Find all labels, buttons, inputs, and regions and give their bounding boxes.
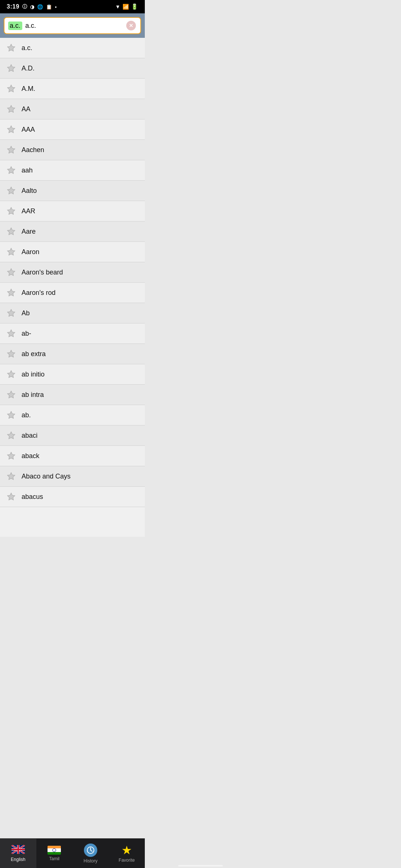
star-icon[interactable]	[6, 124, 16, 135]
word-label: ab extra	[22, 350, 46, 358]
svg-marker-18	[7, 411, 15, 418]
word-label: Aaron's rod	[22, 289, 56, 297]
word-label: Abaco and Cays	[22, 473, 71, 480]
list-item[interactable]: ab-	[0, 323, 145, 344]
star-icon[interactable]	[6, 349, 16, 359]
star-icon[interactable]	[6, 145, 16, 155]
clipboard-icon: 📋	[46, 4, 52, 10]
svg-marker-20	[7, 452, 15, 459]
list-item[interactable]: a.c.	[0, 38, 145, 58]
star-icon[interactable]	[6, 308, 16, 318]
svg-marker-6	[7, 167, 15, 174]
svg-marker-22	[7, 493, 15, 500]
star-icon[interactable]	[6, 451, 16, 461]
star-icon[interactable]	[6, 287, 16, 298]
svg-marker-19	[7, 432, 15, 439]
list-item[interactable]: abacus	[0, 487, 145, 507]
word-label: aback	[22, 452, 39, 460]
list-item[interactable]: AA	[0, 99, 145, 119]
svg-marker-10	[7, 248, 15, 255]
info-icon: ⓘ	[22, 3, 27, 10]
word-label: Aaron	[22, 248, 39, 256]
word-label: a.c.	[22, 44, 32, 52]
word-label: aah	[22, 167, 33, 174]
list-item[interactable]: Aaron's rod	[0, 283, 145, 303]
list-item[interactable]: ab initio	[0, 364, 145, 385]
clear-icon: ✕	[126, 21, 136, 30]
word-label: AAR	[22, 207, 35, 215]
svg-marker-0	[7, 44, 15, 51]
search-header: a.c. ✕	[0, 13, 145, 38]
search-container: a.c. ✕	[4, 17, 141, 34]
star-icon[interactable]	[6, 410, 16, 420]
battery-icon: 🔋	[131, 3, 138, 10]
svg-marker-16	[7, 371, 15, 378]
star-icon[interactable]	[6, 43, 16, 53]
svg-marker-13	[7, 309, 15, 316]
list-item[interactable]: Aare	[0, 221, 145, 242]
list-item[interactable]: aah	[0, 160, 145, 181]
word-label: ab initio	[22, 371, 45, 378]
star-icon[interactable]	[6, 63, 16, 73]
svg-marker-21	[7, 473, 15, 480]
star-icon[interactable]	[6, 491, 16, 502]
search-highlight: a.c.	[8, 22, 22, 30]
star-icon[interactable]	[6, 247, 16, 257]
list-item[interactable]: Aaron's beard	[0, 262, 145, 283]
word-label: Ab	[22, 309, 30, 317]
signal-icon: 📶	[123, 4, 129, 10]
star-icon[interactable]	[6, 226, 16, 237]
list-item[interactable]: ab.	[0, 405, 145, 425]
status-left: 3:19 ⓘ ◑ 🌐 📋 •	[7, 3, 57, 10]
star-icon[interactable]	[6, 206, 16, 216]
list-item[interactable]: aback	[0, 446, 145, 466]
star-icon[interactable]	[6, 83, 16, 94]
word-label: ab.	[22, 411, 31, 419]
word-label: abacus	[22, 493, 43, 501]
svg-marker-17	[7, 391, 15, 398]
list-item[interactable]: AAR	[0, 201, 145, 221]
star-icon[interactable]	[6, 328, 16, 339]
clear-button[interactable]: ✕	[125, 20, 137, 31]
list-item[interactable]: abaci	[0, 425, 145, 446]
svg-marker-4	[7, 126, 15, 133]
list-item[interactable]: ab extra	[0, 344, 145, 364]
list-item[interactable]: Abaco and Cays	[0, 466, 145, 487]
list-item[interactable]: Aachen	[0, 140, 145, 160]
star-icon[interactable]	[6, 471, 16, 481]
star-icon[interactable]	[6, 185, 16, 196]
svg-marker-8	[7, 207, 15, 214]
word-label: ab intra	[22, 391, 44, 399]
list-item[interactable]: A.M.	[0, 79, 145, 99]
svg-marker-1	[7, 65, 15, 72]
svg-marker-5	[7, 146, 15, 153]
word-label: A.M.	[22, 85, 35, 93]
star-icon[interactable]	[6, 267, 16, 277]
svg-marker-14	[7, 330, 15, 337]
list-item[interactable]: AAA	[0, 119, 145, 140]
list-item[interactable]: Ab	[0, 303, 145, 323]
star-icon[interactable]	[6, 369, 16, 379]
star-icon[interactable]	[6, 165, 16, 175]
list-item[interactable]: A.D.	[0, 58, 145, 79]
circle-half-icon: ◑	[30, 4, 34, 10]
word-label: AAA	[22, 126, 35, 134]
word-label: Aaron's beard	[22, 269, 63, 276]
svg-marker-9	[7, 228, 15, 235]
wifi-icon: ▼	[115, 4, 120, 10]
word-label: ab-	[22, 330, 31, 338]
star-icon[interactable]	[6, 389, 16, 400]
word-label: Aachen	[22, 146, 44, 154]
dot-icon: •	[55, 4, 57, 10]
list-item[interactable]: Aaron	[0, 242, 145, 262]
svg-marker-2	[7, 85, 15, 92]
star-icon[interactable]	[6, 104, 16, 114]
word-label: Aalto	[22, 187, 37, 195]
list-item[interactable]: Aalto	[0, 181, 145, 201]
list-item[interactable]: ab intra	[0, 385, 145, 405]
globe-icon: 🌐	[37, 4, 43, 10]
word-label: AA	[22, 105, 30, 113]
star-icon[interactable]	[6, 430, 16, 441]
search-input[interactable]	[25, 22, 123, 30]
svg-marker-11	[7, 269, 15, 276]
